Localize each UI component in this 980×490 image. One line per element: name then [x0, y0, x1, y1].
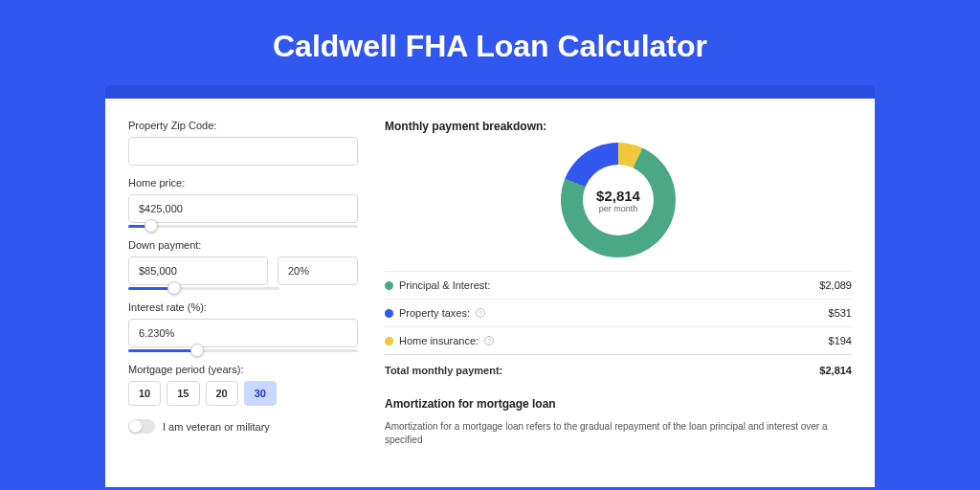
- interest-input[interactable]: [128, 319, 358, 347]
- period-btn-15[interactable]: 15: [167, 381, 199, 406]
- info-icon[interactable]: ?: [484, 336, 494, 345]
- donut-center: $2,814 per month: [583, 165, 654, 235]
- veteran-toggle[interactable]: [128, 419, 155, 434]
- form-column: Property Zip Code: Home price: Down paym…: [128, 120, 358, 468]
- legend-value: $194: [829, 335, 852, 346]
- slider-thumb[interactable]: [190, 344, 204, 357]
- period-btn-20[interactable]: 20: [206, 381, 238, 406]
- period-btn-10[interactable]: 10: [128, 381, 161, 406]
- page-title: Caldwell FHA Loan Calculator: [0, 0, 980, 85]
- amortization-text: Amortization for a mortgage loan refers …: [385, 420, 852, 447]
- zip-field-group: Property Zip Code:: [128, 120, 358, 166]
- toggle-knob: [129, 420, 142, 433]
- calculator-card-outer: Property Zip Code: Home price: Down paym…: [105, 85, 875, 487]
- legend-label: Property taxes:: [399, 307, 470, 319]
- home-price-input[interactable]: [128, 194, 358, 223]
- down-payment-amount-input[interactable]: [128, 256, 268, 285]
- legend-label: Principal & Interest:: [399, 279, 490, 291]
- slider-thumb[interactable]: [167, 281, 181, 295]
- breakdown-title: Monthly payment breakdown:: [385, 120, 852, 133]
- period-group: Mortgage period (years): 10 15 20 30: [128, 364, 358, 406]
- interest-group: Interest rate (%):: [128, 301, 358, 352]
- down-payment-label: Down payment:: [128, 239, 358, 251]
- period-btn-30[interactable]: 30: [244, 381, 277, 406]
- legend-row-total: Total monthly payment: $2,814: [385, 354, 852, 386]
- legend-value: $531: [829, 307, 852, 319]
- interest-label: Interest rate (%):: [128, 301, 358, 313]
- amortization-block: Amortization for mortgage loan Amortizat…: [385, 397, 852, 447]
- legend-row-principal: Principal & Interest: $2,089: [385, 271, 852, 299]
- swatch-icon: [385, 337, 393, 345]
- down-payment-pct-input[interactable]: [278, 256, 358, 285]
- period-options: 10 15 20 30: [128, 381, 358, 406]
- donut-chart: $2,814 per month: [385, 143, 852, 257]
- slider-fill: [128, 349, 197, 352]
- zip-input[interactable]: [128, 137, 358, 166]
- down-payment-slider[interactable]: [128, 287, 279, 290]
- down-payment-group: Down payment:: [128, 239, 358, 290]
- legend-row-taxes: Property taxes: ? $531: [385, 299, 852, 326]
- donut-label: per month: [599, 204, 638, 213]
- total-value: $2,814: [819, 365, 852, 376]
- home-price-group: Home price:: [128, 177, 358, 228]
- donut-ring: $2,814 per month: [561, 143, 676, 257]
- legend-value: $2,089: [819, 279, 852, 291]
- home-price-slider[interactable]: [128, 225, 358, 228]
- slider-thumb[interactable]: [145, 219, 158, 233]
- info-icon[interactable]: ?: [476, 308, 485, 318]
- total-label: Total monthly payment:: [385, 365, 502, 376]
- breakdown-column: Monthly payment breakdown: $2,814 per mo…: [385, 120, 852, 468]
- swatch-icon: [385, 309, 393, 318]
- veteran-row: I am veteran or military: [128, 419, 358, 434]
- amortization-title: Amortization for mortgage loan: [385, 397, 852, 411]
- donut-value: $2,814: [596, 188, 640, 204]
- legend-row-insurance: Home insurance: ? $194: [385, 326, 852, 354]
- calculator-card: Property Zip Code: Home price: Down paym…: [105, 99, 875, 487]
- legend-label: Home insurance:: [399, 335, 479, 346]
- zip-label: Property Zip Code:: [128, 120, 358, 131]
- interest-slider[interactable]: [128, 349, 358, 352]
- swatch-icon: [385, 281, 393, 290]
- veteran-label: I am veteran or military: [163, 421, 270, 433]
- period-label: Mortgage period (years):: [128, 364, 358, 375]
- home-price-label: Home price:: [128, 177, 358, 189]
